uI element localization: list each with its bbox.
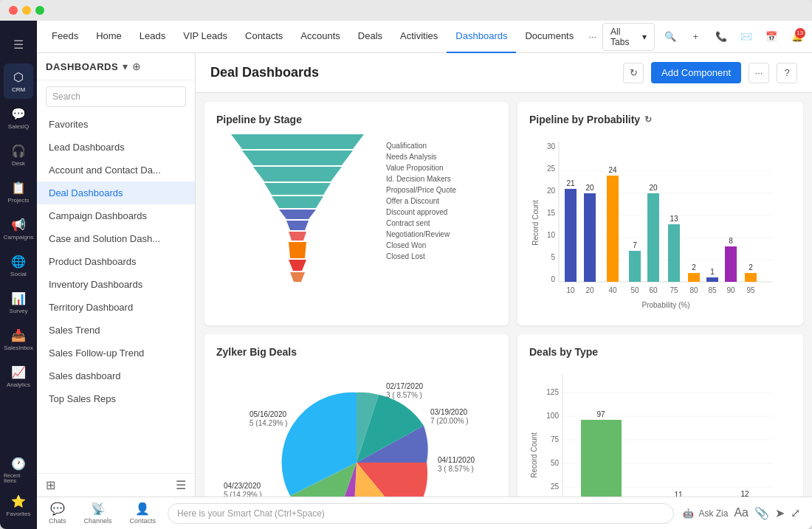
calls-icon: 📞 bbox=[715, 31, 727, 42]
sidebar-item-salesinbox[interactable]: 📥 SalesInbox bbox=[4, 322, 33, 357]
sidebar-item-campaigns[interactable]: 📢 Campaigns bbox=[4, 211, 33, 246]
sidebar-item-social[interactable]: 🌐 Social bbox=[4, 248, 33, 283]
nav-favorites[interactable]: Favorites bbox=[37, 113, 195, 136]
smart-chat-input[interactable]: Here is your Smart Chat (Ctrl+Space) bbox=[168, 503, 674, 524]
svg-marker-10 bbox=[290, 272, 305, 282]
svg-rect-39 bbox=[706, 277, 718, 282]
funnel-label-needs: Needs Analysis bbox=[386, 153, 497, 161]
chevron-down-icon[interactable]: ▾ bbox=[123, 60, 128, 72]
nav-item-feeds[interactable]: Feeds bbox=[43, 21, 87, 53]
dashboard-search bbox=[37, 80, 195, 113]
sidebar-item-recent[interactable]: 🕐 Recent Items bbox=[4, 452, 33, 488]
help-button[interactable]: ? bbox=[777, 63, 797, 83]
sidebar-item-favorites[interactable]: ⭐ Favorites bbox=[4, 488, 33, 523]
bottom-nav-channels[interactable]: 📡 Channels bbox=[84, 502, 112, 525]
minimize-button[interactable] bbox=[22, 6, 31, 15]
svg-rect-37 bbox=[688, 273, 700, 282]
layout-icon[interactable]: ⊞ bbox=[46, 478, 55, 492]
nav-sales-followup[interactable]: Sales Follow-up Trend bbox=[37, 342, 195, 364]
nav-product-dashboards[interactable]: Product Dashboards bbox=[37, 250, 195, 273]
nav-inventory-dashboards[interactable]: Inventory Dashboards bbox=[37, 273, 195, 296]
sidebar-item-salesiq[interactable]: 💬 SalesIQ bbox=[4, 100, 33, 136]
nav-account-contact[interactable]: Account and Contact Da... bbox=[37, 159, 195, 181]
svg-text:40: 40 bbox=[608, 286, 617, 294]
nav-territory-dashboard[interactable]: Territory Dashboard bbox=[37, 296, 195, 319]
notifications-button[interactable]: 🔔 13 bbox=[787, 27, 806, 47]
sidebar-item-projects[interactable]: 📋 Projects bbox=[4, 174, 33, 210]
svg-marker-5 bbox=[279, 210, 316, 219]
svg-text:Probability (%): Probability (%) bbox=[641, 301, 689, 309]
topnav-right: All Tabs ▾ 🔍 + 📞 ✉️ bbox=[602, 23, 812, 51]
email-button[interactable]: ✉️ bbox=[737, 27, 756, 47]
nav-deal-dashboards[interactable]: Deal Dashboards bbox=[37, 181, 195, 204]
nav-case-solution[interactable]: Case and Solution Dash... bbox=[37, 227, 195, 250]
nav-item-dashboards[interactable]: Dashboards bbox=[447, 21, 516, 53]
send-icon[interactable]: ➤ bbox=[775, 506, 785, 520]
nav-lead-dashboards[interactable]: Lead Dashboards bbox=[37, 136, 195, 159]
sidebar-item-menu[interactable]: ☰ bbox=[4, 27, 33, 62]
sidebar-item-analytics[interactable]: 📈 Analytics bbox=[4, 359, 33, 394]
app-window: ☰ ⬡ CRM 💬 SalesIQ 🎧 Desk 📋 Projects 📢 Ca… bbox=[0, 0, 812, 529]
calendar-button[interactable]: 📅 bbox=[762, 27, 781, 47]
icon-sidebar-bottom: 🕐 Recent Items ⭐ Favorites bbox=[4, 452, 33, 529]
svg-text:24: 24 bbox=[608, 166, 617, 174]
nav-sales-trend[interactable]: Sales Trend bbox=[37, 319, 195, 342]
svg-text:13: 13 bbox=[670, 215, 678, 223]
svg-text:03/19/2020: 03/19/2020 bbox=[430, 408, 467, 416]
salesinbox-label: SalesInbox bbox=[4, 345, 33, 351]
nav-item-leads[interactable]: Leads bbox=[131, 21, 174, 53]
nav-sales-dashboard[interactable]: Sales dashboard bbox=[37, 364, 195, 387]
svg-rect-33 bbox=[647, 193, 659, 282]
nav-item-home[interactable]: Home bbox=[87, 21, 131, 53]
close-button[interactable] bbox=[9, 6, 18, 15]
refresh-button[interactable]: ↻ bbox=[623, 63, 644, 83]
nav-campaign-dashboards[interactable]: Campaign Dashboards bbox=[37, 204, 195, 227]
help-icon: ? bbox=[784, 67, 789, 78]
funnel-label-decision: Id. Decision Makers bbox=[386, 175, 497, 183]
svg-text:10: 10 bbox=[547, 231, 556, 239]
sidebar-item-survey[interactable]: 📊 Survey bbox=[4, 285, 33, 320]
nav-item-activities[interactable]: Activities bbox=[391, 21, 447, 53]
dashboard-content-header: Deal Dashboards ↻ Add Component ··· ? bbox=[196, 53, 812, 93]
ask-zia-button[interactable]: 🤖 Ask Zia bbox=[683, 508, 728, 519]
nav-item-contacts[interactable]: Contacts bbox=[236, 21, 292, 53]
svg-text:75: 75 bbox=[670, 286, 678, 294]
add-button[interactable]: + bbox=[686, 27, 705, 47]
add-icon: + bbox=[692, 31, 698, 42]
bottom-nav-chats[interactable]: 💬 Chats bbox=[49, 502, 66, 525]
svg-text:85: 85 bbox=[708, 286, 717, 294]
pipeline-by-probability-title: Pipeline by Probability ↻ bbox=[529, 114, 791, 125]
maximize-button[interactable] bbox=[35, 6, 44, 15]
nav-top-sales-reps[interactable]: Top Sales Reps bbox=[37, 387, 195, 410]
attachment-icon[interactable]: 📎 bbox=[754, 506, 769, 520]
dashboard-search-input[interactable] bbox=[46, 86, 186, 107]
add-dashboard-icon[interactable]: ⊕ bbox=[132, 60, 141, 72]
funnel-label-closed-won: Closed Won bbox=[386, 241, 497, 249]
deals-by-type-card: Deals by Type 0 25 50 75 100 bbox=[517, 334, 803, 497]
sidebar-item-desk[interactable]: 🎧 Desk bbox=[4, 137, 33, 173]
smart-chat-placeholder: Here is your Smart Chat (Ctrl+Space) bbox=[177, 508, 325, 519]
refresh-icon-small[interactable]: ↻ bbox=[644, 114, 652, 125]
nav-item-accounts[interactable]: Accounts bbox=[292, 21, 348, 53]
sidebar-item-crm[interactable]: ⬡ CRM bbox=[4, 63, 33, 99]
nav-item-documents[interactable]: Documents bbox=[516, 21, 582, 53]
list-icon[interactable]: ☰ bbox=[176, 478, 186, 492]
text-icon[interactable]: Aa bbox=[734, 506, 749, 520]
svg-rect-41 bbox=[725, 246, 737, 282]
nav-item-deals[interactable]: Deals bbox=[349, 21, 391, 53]
nav-more-button[interactable]: ··· bbox=[582, 31, 602, 42]
expand-icon[interactable]: ⤢ bbox=[791, 506, 800, 520]
calls-button[interactable]: 📞 bbox=[711, 27, 730, 47]
chevron-down-icon: ▾ bbox=[642, 32, 647, 42]
bottom-right-icons: Aa 📎 ➤ ⤢ bbox=[734, 506, 800, 520]
funnel-label-qualification: Qualification bbox=[386, 142, 497, 150]
nav-item-vip-leads[interactable]: VIP Leads bbox=[174, 21, 236, 53]
more-options-button[interactable]: ··· bbox=[749, 63, 769, 83]
search-button[interactable]: 🔍 bbox=[661, 27, 680, 47]
all-tabs-button[interactable]: All Tabs ▾ bbox=[602, 23, 655, 51]
bottom-nav-contacts[interactable]: 👤 Contacts bbox=[130, 502, 156, 525]
salesiq-icon: 💬 bbox=[11, 107, 26, 121]
favorites-icon: ⭐ bbox=[11, 494, 26, 508]
add-component-button[interactable]: Add Component bbox=[651, 62, 741, 83]
bottom-bar: 💬 Chats 📡 Channels 👤 Contacts Here is yo… bbox=[37, 497, 812, 529]
